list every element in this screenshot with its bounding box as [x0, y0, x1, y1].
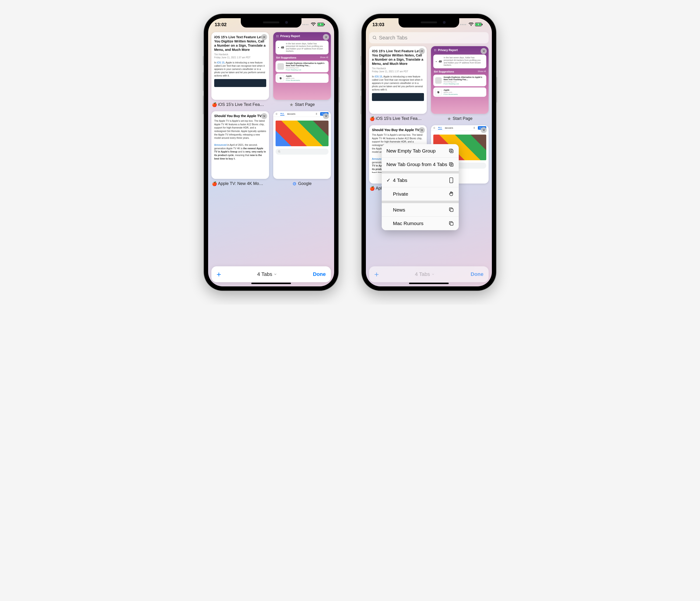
new-tab-button[interactable]: + [217, 270, 221, 279]
tab-thumbnail[interactable]: Should You Buy the Apple TV? The Apple T… [211, 111, 269, 179]
hw-volume-down [361, 96, 362, 114]
menu-new-tab-group-from-tabs[interactable]: New Tab Group from 4 Tabs [382, 158, 459, 171]
new-tab-button[interactable]: + [374, 270, 379, 279]
menu-divider [382, 201, 459, 203]
apps-grid-icon: ⠿ [473, 127, 475, 129]
new-group-square-plus-icon [448, 162, 454, 167]
tab-title: Apple TV: New 4K Mo… [218, 181, 263, 186]
tab-thumbnail[interactable]: Privacy Report 49 In the last seven days… [273, 32, 331, 100]
device-iphone-icon [448, 178, 454, 183]
svg-rect-7 [482, 24, 483, 25]
hw-volume-down [203, 96, 204, 114]
done-button[interactable]: Done [471, 271, 483, 277]
privacy-report-heading: Privacy Report [431, 46, 489, 53]
close-tab-button[interactable]: ✕ [419, 127, 425, 133]
menu-current-tabs[interactable]: ✓ 4 Tabs [382, 174, 459, 187]
tab-group-stack-icon [448, 220, 454, 226]
tab-thumbnail[interactable]: iOS 15's Live Text Feature Lets You Digi… [211, 32, 269, 100]
menu-group-news[interactable]: News [382, 203, 459, 217]
google-topbar: ☰ ALL IMAGES ⠿ Sign in [431, 125, 489, 131]
tab-card[interactable]: iOS 15's Live Text Feature Lets You Digi… [369, 46, 427, 121]
privacy-report-heading: Privacy Report [273, 32, 331, 39]
close-tab-button[interactable]: ✕ [323, 34, 329, 40]
iphone-right: 13:03 Search Tabs iOS 15's Live Text [362, 14, 496, 291]
menu-new-empty-tab-group[interactable]: New Empty Tab Group [382, 144, 459, 158]
hw-mute-switch [203, 56, 204, 65]
siri-suggestions-heading: Siri Suggestions Show All [273, 56, 331, 59]
tab-grid: iOS 15's Live Text Feature Lets You Digi… [211, 32, 331, 186]
tab-card[interactable]: iOS 15's Live Text Feature Lets You Digi… [211, 32, 269, 107]
suggestion-card: Google Explores Alternative to Apple's N… [276, 61, 328, 72]
new-group-square-plus-icon [448, 148, 454, 154]
search-icon [372, 35, 377, 40]
article-byline: Tim Hardwick Friday June 11, 2021 1:37 a… [214, 53, 266, 59]
suggestion-card: Apple apple.com From Bookmarks [433, 87, 486, 97]
close-tab-button[interactable]: ✕ [323, 113, 329, 119]
svg-rect-14 [450, 178, 453, 183]
home-indicator[interactable] [409, 283, 449, 284]
tab-card[interactable]: Privacy Report 49 In the last seven days… [273, 32, 331, 107]
star-favicon-icon [289, 103, 294, 107]
suggestion-thumb-icon [277, 75, 284, 81]
tab-card[interactable]: Privacy Report 49 In the last seven days… [431, 46, 489, 121]
svg-point-3 [278, 151, 280, 152]
article-title: Should You Buy the Apple TV? [372, 128, 424, 132]
article-body: The Apple TV is Apple's set-top box. The… [214, 119, 266, 160]
home-indicator[interactable] [251, 283, 291, 284]
article-body: In iOS 15, Apple is introducing a new fe… [372, 75, 424, 92]
status-time: 13:02 [215, 22, 227, 27]
macrumors-favicon-icon: 🍎 [212, 182, 217, 186]
close-tab-button[interactable]: ✕ [261, 34, 267, 40]
tab-title: iOS 15's Live Text Fea… [218, 102, 264, 107]
article-image [214, 79, 266, 87]
close-tab-button[interactable]: ✕ [481, 48, 487, 54]
notch [241, 18, 301, 28]
tab-thumbnail[interactable]: ☰ ALL IMAGES ⠿ Sign in ✕ [273, 111, 331, 179]
wifi-icon [311, 23, 316, 26]
search-placeholder: Search Tabs [379, 35, 407, 41]
google-favicon-icon [292, 182, 297, 186]
hand-privacy-icon [448, 191, 454, 197]
chevron-down-icon [274, 272, 277, 276]
screen-right: 13:03 Search Tabs iOS 15's Live Text [366, 18, 492, 286]
tab-group-selector[interactable]: 4 Tabs [379, 271, 471, 277]
siri-suggestions-heading: Siri Suggestions Show All [431, 70, 489, 74]
google-tab-images: IMAGES [445, 127, 453, 129]
close-tab-button[interactable]: ✕ [261, 113, 267, 119]
suggestion-card: Google Explores Alternative to Apple's N… [433, 75, 486, 86]
tab-thumbnail[interactable]: Privacy Report 49 In the last seven days… [431, 46, 489, 114]
google-doodle-image [276, 121, 328, 146]
tab-card[interactable]: ☰ ALL IMAGES ⠿ Sign in ✕ [273, 111, 331, 186]
tab-title: Google [298, 181, 311, 186]
status-right-cluster [460, 23, 483, 26]
hw-volume-up [203, 72, 204, 91]
search-tabs-input[interactable]: Search Tabs [369, 32, 489, 43]
tab-thumbnail[interactable]: iOS 15's Live Text Feature Lets You Digi… [369, 46, 427, 114]
close-tab-button[interactable]: ✕ [419, 48, 425, 54]
suggestion-thumb-icon [277, 63, 284, 70]
tab-card[interactable]: Should You Buy the Apple TV? The Apple T… [211, 111, 269, 186]
suggestion-card: Apple apple.com From Bookmarks [276, 74, 328, 83]
tabs-overview: iOS 15's Live Text Feature Lets You Digi… [208, 31, 334, 261]
iphone-left: 13:02 iOS 15's Live Text Feature Lets Yo… [204, 14, 338, 291]
bottom-toolbar: + 4 Tabs Done [211, 266, 331, 282]
article-image [372, 93, 424, 101]
menu-group-mac-rumours[interactable]: Mac Rumours [382, 217, 459, 230]
tab-title: iOS 15's Live Text Fea… [376, 116, 422, 121]
close-tab-button[interactable]: ✕ [481, 127, 487, 133]
tab-title-row: Start Page [431, 114, 489, 121]
tab-group-selector[interactable]: 4 Tabs [221, 271, 313, 277]
tab-title-row: Start Page [273, 100, 331, 107]
article-title: iOS 15's Live Text Feature Lets You Digi… [214, 35, 266, 52]
privacy-report-card: 49 In the last seven days, Safari has pr… [433, 55, 486, 68]
menu-private[interactable]: Private [382, 187, 459, 201]
bottom-toolbar: + 4 Tabs Done [369, 266, 489, 282]
google-search-input [276, 149, 328, 155]
tabs-overview: Search Tabs iOS 15's Live Text Feature L… [366, 31, 492, 261]
tab-title-row: Google [273, 179, 331, 186]
status-time: 13:03 [372, 22, 384, 27]
done-button[interactable]: Done [313, 271, 326, 277]
hw-side-button [338, 77, 339, 103]
google-tab-all: ALL [438, 126, 442, 130]
tab-group-menu: New Empty Tab Group New Tab Group from 4… [382, 144, 459, 230]
